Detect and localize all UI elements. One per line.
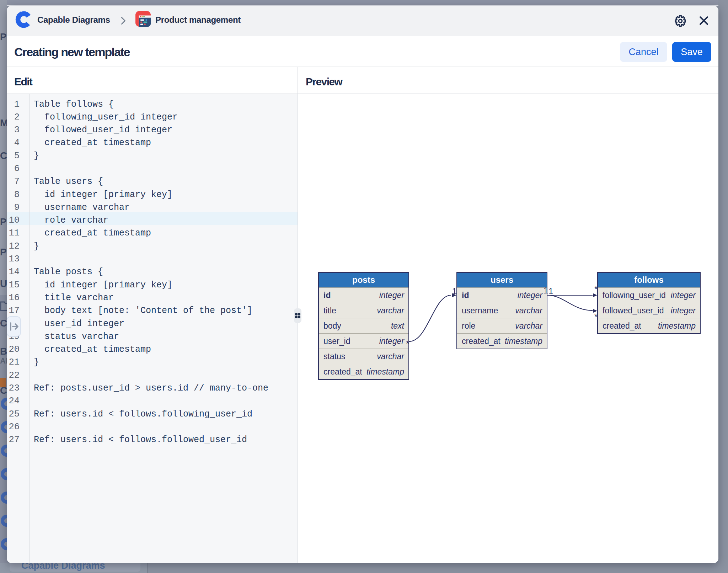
svg-text:1: 1 bbox=[452, 286, 457, 296]
svg-text:*: * bbox=[406, 339, 409, 349]
svg-text:1: 1 bbox=[544, 286, 548, 295]
svg-text:*: * bbox=[594, 312, 598, 322]
svg-text:*: * bbox=[594, 284, 598, 294]
svg-text:1: 1 bbox=[548, 286, 553, 296]
